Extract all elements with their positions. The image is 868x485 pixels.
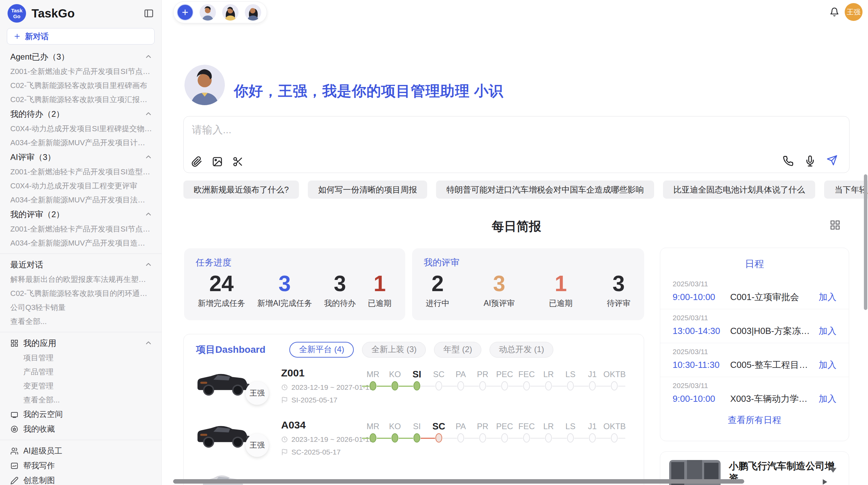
vertical-scrollbar[interactable]	[864, 174, 867, 310]
milestone-dot	[435, 433, 442, 443]
section-header-recent[interactable]: 最近对话	[0, 257, 161, 272]
stat-label: 我的待办	[324, 298, 356, 309]
section-header-my-review[interactable]: 我的评审（2）	[0, 207, 161, 222]
sidebar-item[interactable]: A034-全新新能源MUV产品开发项目计划变更表编写	[0, 136, 161, 150]
chevron-up-icon[interactable]	[144, 53, 153, 61]
suggestion-chip[interactable]: 比亚迪全固态电池计划具体说了什么	[663, 181, 815, 199]
creative-draw-label: 创意制图	[23, 475, 55, 485]
milestone-pr: PR	[472, 421, 494, 445]
suggestion-chip[interactable]: 如何写一份清晰的项目周报	[308, 181, 427, 199]
send-icon[interactable]	[827, 155, 839, 167]
stat-value: 2	[426, 270, 449, 297]
milestone-label: SC	[428, 421, 450, 432]
suggestion-chip[interactable]: 当下年轻人对汽车外观有怎样的喜好趋势	[824, 181, 868, 199]
clock-icon	[281, 436, 288, 443]
project-row-a034[interactable]: 王强 A034 2023-12-19 ~ 2026-01-19 SC-2025-…	[184, 415, 644, 467]
recent-chat-item[interactable]: 公司Q3轻卡销量	[0, 300, 161, 314]
sidebar-item[interactable]: A034-全新新能源MUV产品开发项目法规符合性评审	[0, 193, 161, 207]
milestone-ko: KO	[384, 421, 406, 445]
milestone-dot	[523, 381, 530, 390]
avatar[interactable]	[222, 4, 239, 21]
sidebar-item[interactable]: Z001-全新燃油皮卡产品开发项目SI节点Lesson Learn报告	[0, 64, 161, 78]
scroll-down-arrow-icon[interactable]	[830, 468, 836, 473]
sidebar-item-creative-draw[interactable]: 创意制图	[0, 473, 161, 485]
cloud-space-label: 我的云空间	[23, 409, 63, 420]
section-header-my-apps[interactable]: 我的应用	[0, 336, 161, 351]
milestone-label: SI	[406, 421, 428, 432]
view-all-schedule-link[interactable]: 查看所有日程	[660, 414, 849, 426]
sidebar-item-favorites[interactable]: 我的收藏	[0, 422, 161, 436]
stat-value: 3	[607, 270, 630, 297]
sidebar-item[interactable]: A034-全新新能源MUV产品开发项目造型可行性评审	[0, 236, 161, 250]
sidebar-item[interactable]: Z001-全新燃油轻卡产品开发项目SI节点属性5D文件评审	[0, 222, 161, 236]
project-owner-badge: 王强	[245, 382, 269, 405]
tab-new-platform[interactable]: 全新平台 (4)	[289, 342, 354, 358]
join-link[interactable]: 加入	[819, 325, 836, 337]
card-title: 任务进度	[196, 257, 394, 269]
chat-input[interactable]	[192, 122, 740, 138]
sidebar-toggle-icon[interactable]	[144, 8, 154, 18]
chevron-up-icon[interactable]	[144, 339, 153, 347]
view-all-chats[interactable]: 查看全部...	[0, 314, 161, 328]
horizontal-scrollbar[interactable]	[173, 479, 744, 484]
chevron-up-icon[interactable]	[144, 110, 153, 118]
app-item-product-mgmt[interactable]: 产品管理	[0, 365, 161, 379]
notification-bell-icon[interactable]	[830, 7, 839, 17]
milestone-label: FEC	[516, 369, 538, 380]
user-avatar[interactable]: 王强	[845, 3, 863, 21]
section-header-ai-review[interactable]: AI评审（3）	[0, 150, 161, 165]
add-agent-button[interactable]	[177, 4, 193, 21]
tab-year-model[interactable]: 年型 (2)	[434, 342, 481, 358]
milestone-track: MRKOSISCPAPRPECFECLRLSJ1OKTB	[362, 369, 625, 393]
avatar[interactable]	[200, 4, 216, 21]
new-chat-button[interactable]: 新对话	[7, 28, 155, 45]
milestone-dot	[501, 433, 508, 443]
avatar[interactable]	[245, 4, 261, 21]
cloud-space-icon	[10, 410, 19, 419]
write-icon	[10, 462, 19, 470]
sidebar-item[interactable]: C0X4-动力总成开发项目SI里程碑提交物检查	[0, 122, 161, 136]
section-header-agent-done[interactable]: Agent已办（3）	[0, 49, 161, 64]
sidebar-item[interactable]: C02-飞腾新能源轻客改款项目里程碑画布	[0, 78, 161, 92]
project-row-z001[interactable]: 王强 Z001 2023-12-19 ~ 2027-01-19 SI-2025-…	[184, 363, 644, 415]
project-owner-badge: 王强	[245, 434, 269, 457]
tab-new-body[interactable]: 全新上装 (3)	[362, 342, 426, 358]
suggestion-chip[interactable]: 欧洲新规最近颁布了什么?	[183, 181, 299, 199]
recent-chat-item[interactable]: C02-飞腾新能源轻客改款项目的闭环通告反馈情况	[0, 286, 161, 300]
sidebar-item[interactable]: C0X4-动力总成开发项目工程变更评审	[0, 179, 161, 193]
chevron-up-icon[interactable]	[144, 210, 153, 219]
milestone-mr: MR	[362, 369, 384, 393]
tab-powertrain[interactable]: 动总开发 (1)	[490, 342, 553, 358]
join-link[interactable]: 加入	[819, 291, 836, 303]
project-code: A034	[281, 419, 373, 431]
chevron-up-icon[interactable]	[144, 153, 153, 161]
sidebar-item[interactable]: Z001-全新燃油轻卡产品开发项目SI造型提交物评审	[0, 165, 161, 179]
my-apps-label: 我的应用	[23, 338, 56, 349]
project-flag: SC-2025-05-17	[281, 448, 373, 456]
join-link[interactable]: 加入	[819, 393, 836, 405]
sidebar-item-help-write[interactable]: 帮我写作	[0, 458, 161, 473]
new-chat-label: 新对话	[25, 31, 49, 42]
suggestion-chip[interactable]: 特朗普可能对进口汽车增税会对中国车企造成哪些影响	[436, 181, 654, 199]
paperclip-icon[interactable]	[191, 156, 202, 167]
section-header-my-todo[interactable]: 我的待办（2）	[0, 107, 161, 122]
join-link[interactable]: 加入	[819, 359, 836, 371]
scissors-icon[interactable]	[232, 156, 243, 167]
milestone-label: LS	[559, 369, 581, 380]
phone-icon[interactable]	[783, 156, 794, 166]
view-all-apps[interactable]: 查看全部...	[0, 393, 161, 407]
image-icon[interactable]	[212, 156, 223, 167]
recent-chat-item[interactable]: 解释最新出台的欧盟报废车法规再生塑料比例被调至15%...	[0, 272, 161, 286]
stat-label: 进行中	[426, 298, 449, 309]
sidebar-item-cloud-space[interactable]: 我的云空间	[0, 407, 161, 422]
sidebar-item-ai-employee[interactable]: AI超级员工	[0, 444, 161, 458]
app-item-change-mgmt[interactable]: 变更管理	[0, 379, 161, 393]
milestone-label: LS	[559, 421, 581, 432]
layout-grid-icon[interactable]	[830, 220, 841, 231]
scroll-right-arrow-icon[interactable]	[823, 479, 827, 485]
sidebar-item[interactable]: C02-飞腾新能源轻客改款项目立项汇报方案	[0, 92, 161, 107]
app-item-project-mgmt[interactable]: 项目管理	[0, 351, 161, 365]
microphone-icon[interactable]	[805, 156, 816, 166]
daily-briefing-title: 每日简报	[183, 218, 849, 235]
chevron-up-icon[interactable]	[144, 261, 153, 269]
